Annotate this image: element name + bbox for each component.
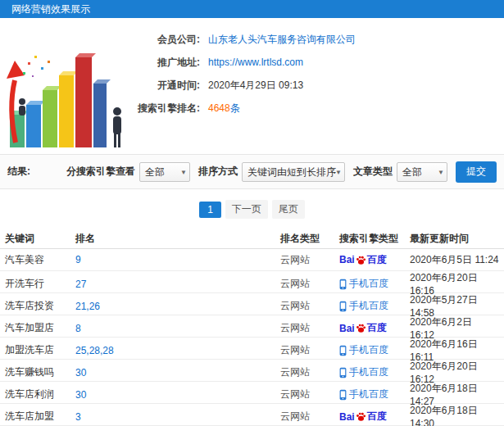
phone-icon [339, 367, 347, 378]
last-page-button[interactable]: 尾页 [272, 200, 305, 219]
rank-type-cell: 云网站 [280, 410, 339, 424]
table-row: 洗车店利润 30 云网站 Bai 百度 [0, 382, 504, 404]
mobile-baidu-text: 手机百度 [349, 299, 388, 313]
header-updated: 最新更新时间 [410, 232, 499, 246]
sort-filter-label: 排序方式 [198, 165, 238, 179]
rank-type-cell: 云网站 [280, 387, 339, 401]
rank-type-cell: 云网站 [280, 299, 339, 313]
keyword-cell: 开洗车行 [5, 277, 75, 291]
engine-rank-row: 搜索引擎排名: 4648条 [129, 102, 504, 115]
table-header-row: 关键词 排名 排名类型 搜索引擎类型 最新更新时间 [0, 229, 504, 249]
engine-cell: Bai 百度 手机百度 [339, 277, 410, 291]
baidu-logo: Bai 百度 [339, 253, 387, 267]
table-row: 洗车赚钱吗 30 云网站 Bai 百度 [0, 360, 504, 382]
open-time-row: 开通时间: 2020年4月29日 09:13 [129, 79, 504, 92]
keyword-ranking-table: 关键词 排名 排名类型 搜索引擎类型 最新更新时间 汽车美容 9 云网站 Bai [0, 229, 504, 426]
table-row: 开洗车行 27 云网站 Bai 百度 [0, 271, 504, 293]
baidu-logo-text-du: 百度 [367, 321, 387, 335]
rank-cell[interactable]: 8 [75, 323, 280, 334]
header-engine-type: 搜索引擎类型 [339, 232, 410, 246]
rank-cell[interactable]: 27 [75, 279, 280, 290]
promo-url-label: 推广地址: [129, 56, 200, 70]
engine-cell: Bai 百度 手机百度 [339, 410, 410, 424]
baidu-paw-icon [356, 255, 366, 265]
table-row: 汽车加盟店 8 云网站 Bai 百度 [0, 315, 504, 338]
sort-filter-select[interactable]: 关键词由短到长排序 ▼ [242, 162, 345, 182]
keyword-cell: 洗车店利润 [5, 387, 75, 401]
rank-cell[interactable]: 21,26 [75, 301, 280, 312]
chevron-down-icon: ▼ [438, 163, 444, 182]
promo-url-row: 推广地址: https://www.lrtlsd.com [129, 56, 504, 69]
baidu-paw-icon [356, 411, 366, 422]
open-time-value: 2020年4月29日 09:13 [208, 79, 303, 93]
chevron-down-icon: ▼ [335, 163, 342, 182]
submit-button[interactable]: 提交 [456, 161, 497, 183]
header-rank-type: 排名类型 [280, 232, 339, 246]
mobile-baidu-text: 手机百度 [349, 277, 388, 291]
rank-cell[interactable]: 3 [75, 411, 280, 423]
open-time-label: 开通时间: [129, 79, 200, 93]
company-row: 会员公司: 山东老人头汽车服务咨询有限公司 [129, 33, 504, 46]
baidu-logo-text-du: 百度 [367, 253, 387, 267]
rank-cell[interactable]: 25,28,28 [75, 345, 280, 356]
baidu-logo: Bai 百度 [339, 410, 387, 424]
engine-rank-count: 4648 [208, 102, 230, 114]
baidu-logo-text-bai: Bai [339, 323, 355, 334]
engine-cell: Bai 百度 手机百度 [339, 299, 410, 313]
phone-icon [339, 389, 347, 401]
promo-url-link[interactable]: https://www.lrtlsd.com [208, 57, 303, 68]
result-section-label: 结果: [7, 165, 30, 179]
chart-illustration [5, 26, 129, 149]
engine-cell: Bai 百度 手机百度 [339, 365, 410, 379]
company-link[interactable]: 山东老人头汽车服务咨询有限公司 [208, 33, 356, 47]
phone-icon [339, 345, 347, 356]
engine-filter-label: 分搜索引擎查看 [66, 165, 135, 179]
mobile-baidu-label: 手机百度 [339, 365, 388, 379]
baidu-logo: Bai 百度 [339, 321, 387, 335]
rank-cell[interactable]: 9 [75, 254, 280, 265]
keyword-cell: 汽车加盟店 [5, 321, 75, 335]
table-row: 加盟洗车店 25,28,28 云网站 Bai 百度 [0, 338, 504, 360]
keyword-cell: 加盟洗车店 [5, 343, 75, 357]
bar-chart-graphic [5, 26, 129, 149]
engine-cell: Bai 百度 手机百度 [339, 253, 410, 267]
engine-rank-value: 4648条 [208, 102, 240, 116]
mobile-baidu-text: 手机百度 [349, 387, 388, 401]
next-page-button[interactable]: 下一页 [225, 200, 268, 219]
person-figure-left [19, 98, 25, 116]
rank-type-cell: 云网站 [280, 365, 339, 379]
filter-controls: 分搜索引擎查看 全部 ▼ 排序方式 关键词由短到长排序 ▼ 文章类型 全部 ▼ … [58, 161, 497, 183]
company-label: 会员公司: [129, 33, 200, 47]
mobile-baidu-label: 手机百度 [339, 299, 388, 313]
phone-icon [339, 301, 347, 312]
keyword-cell: 洗车店投资 [5, 299, 75, 313]
filter-bar: 结果: 分搜索引擎查看 全部 ▼ 排序方式 关键词由短到长排序 ▼ 文章类型 全… [0, 154, 504, 189]
person-figure-right [113, 107, 121, 147]
chevron-down-icon: ▼ [180, 163, 187, 182]
mobile-baidu-label: 手机百度 [339, 277, 388, 291]
mobile-baidu-label: 手机百度 [339, 343, 388, 357]
baidu-logo-text-du: 百度 [367, 410, 387, 424]
rank-type-cell: 云网站 [280, 321, 339, 335]
article-type-select[interactable]: 全部 ▼ [397, 162, 447, 182]
sort-filter-selected-value: 关键词由短到长排序 [247, 166, 336, 178]
updated-cell: 2020年6月18日 14:30 [410, 404, 499, 426]
article-type-selected-value: 全部 [402, 166, 422, 178]
rank-type-cell: 云网站 [280, 253, 339, 267]
pagination: 1 下一页 尾页 [0, 200, 504, 219]
keyword-cell: 汽车美容 [5, 253, 75, 267]
keyword-cell: 洗车赚钱吗 [5, 365, 75, 379]
mobile-baidu-text: 手机百度 [349, 365, 388, 379]
mobile-baidu-label: 手机百度 [339, 387, 388, 401]
baidu-logo-text-bai: Bai [339, 411, 355, 423]
phone-icon [339, 279, 347, 290]
keyword-cell: 洗车店加盟 [5, 410, 75, 424]
engine-rank-unit: 条 [230, 102, 240, 114]
rank-cell[interactable]: 30 [75, 389, 280, 401]
rank-cell[interactable]: 30 [75, 367, 280, 378]
rank-type-cell: 云网站 [280, 277, 339, 291]
page-title: 网络营销效果展示 [11, 3, 90, 15]
table-row: 洗车店投资 21,26 云网站 Bai 百度 [0, 293, 504, 315]
page-number-current[interactable]: 1 [199, 202, 221, 218]
engine-filter-select[interactable]: 全部 ▼ [139, 162, 190, 182]
